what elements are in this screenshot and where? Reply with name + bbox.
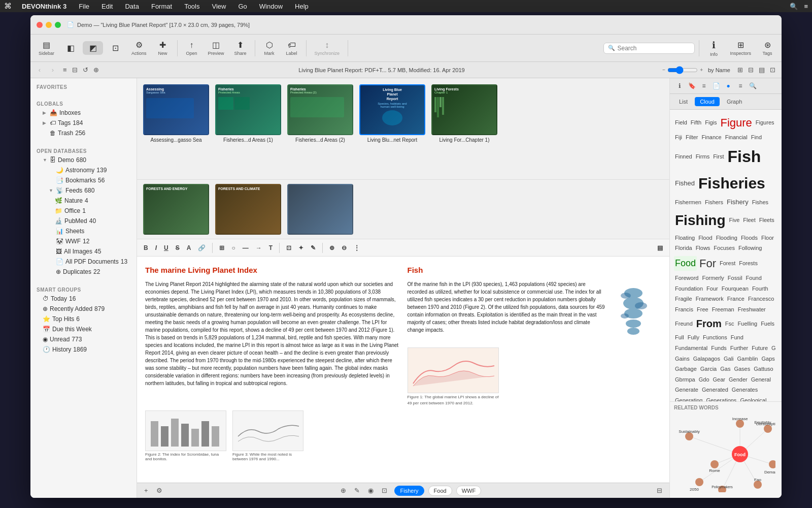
menu-edit[interactable]: Edit: [99, 3, 115, 10]
menu-data[interactable]: Data: [123, 3, 141, 10]
menu-format[interactable]: Format: [149, 3, 174, 10]
menu-file[interactable]: File: [77, 3, 91, 10]
list-icon-menubar[interactable]: ≡: [804, 3, 808, 10]
search-icon-menubar[interactable]: 🔍: [790, 3, 798, 10]
apple-menu[interactable]: ⌘: [4, 2, 12, 11]
menu-help[interactable]: Help: [293, 3, 311, 10]
menu-view[interactable]: View: [210, 3, 228, 10]
menu-window[interactable]: Window: [257, 3, 285, 10]
menubar: ⌘ DEVONthink 3 File Edit Data Format Too…: [0, 0, 812, 12]
menu-go[interactable]: Go: [236, 3, 249, 10]
menu-tools[interactable]: Tools: [182, 3, 201, 10]
menu-items: File Edit Data Format Tools View Go Wind…: [77, 3, 311, 10]
app-name[interactable]: DEVONthink 3: [20, 3, 69, 10]
menubar-right: 🔍 ≡: [790, 3, 808, 10]
